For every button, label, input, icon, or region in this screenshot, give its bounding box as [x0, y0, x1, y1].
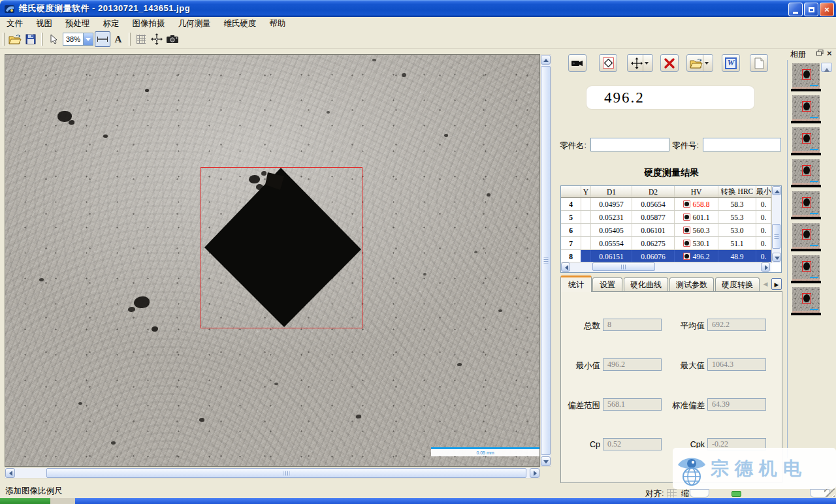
menu-file[interactable]: 文件 — [0, 17, 29, 31]
thumbnail-separator — [791, 89, 821, 91]
thumbnail-separator — [791, 313, 821, 315]
thumb-scale-bar — [810, 149, 818, 150]
viewer-horizontal-scrollbar[interactable] — [5, 467, 540, 479]
header-y[interactable]: Y — [581, 186, 591, 197]
export-word-report-button[interactable]: W — [722, 54, 740, 72]
scroll-down-button[interactable] — [541, 456, 551, 466]
thumb-scale-bar — [810, 213, 818, 214]
header-hv[interactable]: HV — [675, 186, 718, 197]
taskbar-start-fragment[interactable] — [0, 498, 50, 504]
microscope-image-viewer[interactable]: 0.05 mm — [5, 54, 540, 467]
viewer-vertical-scrollbar[interactable] — [540, 54, 551, 467]
grid-overlay-button[interactable] — [133, 31, 149, 47]
menu-geometry-measure[interactable]: 几何测量 — [172, 17, 217, 31]
horizontal-scroll-thumb[interactable] — [46, 468, 526, 478]
album-thumbnail[interactable] — [792, 287, 820, 313]
table-row[interactable]: 6 0.05405 0.06101 560.3 53.0 0. — [561, 224, 781, 237]
minimize-button[interactable] — [788, 3, 803, 16]
move-marker-button[interactable] — [627, 54, 653, 72]
table-horizontal-scrollbar[interactable] — [561, 262, 771, 272]
table-scroll-down-button[interactable] — [772, 253, 781, 262]
cell-hv: 530.1 — [675, 237, 718, 249]
center-target-button[interactable] — [149, 31, 165, 47]
table-scroll-left-button[interactable] — [561, 262, 570, 272]
table-row[interactable]: 5 0.05231 0.05877 601.1 55.3 0. — [561, 211, 781, 224]
delete-result-button[interactable] — [660, 54, 679, 72]
tab-hardness-conversion[interactable]: 硬度转换 — [715, 277, 760, 292]
tab-scroll-left-button[interactable]: ◀ — [760, 278, 771, 290]
header-d1[interactable]: D1 — [591, 186, 632, 197]
tab-statistics[interactable]: 统计 — [560, 276, 592, 292]
menu-help[interactable]: 帮助 — [263, 17, 293, 31]
table-scroll-up-button[interactable] — [772, 186, 781, 195]
load-image-button[interactable] — [686, 54, 713, 72]
part-number-input[interactable] — [703, 138, 781, 151]
header-d2[interactable]: D2 — [632, 186, 675, 197]
album-close-icon[interactable]: × — [827, 48, 832, 58]
scroll-up-button[interactable] — [541, 55, 551, 65]
taskbar-strip — [0, 498, 836, 504]
header-blank[interactable] — [561, 186, 581, 197]
scroll-left-button[interactable] — [5, 468, 15, 478]
tab-hardening-curve[interactable]: 硬化曲线 — [624, 277, 668, 292]
album-thumbnail[interactable] — [792, 95, 820, 121]
album-thumbnail[interactable] — [792, 191, 820, 217]
table-vscroll-thumb[interactable] — [772, 224, 780, 249]
menu-view[interactable]: 视图 — [29, 17, 59, 31]
measure-ruler-button[interactable] — [95, 31, 110, 47]
album-thumbnail[interactable] — [792, 159, 820, 185]
tab-settings[interactable]: 设置 — [592, 277, 622, 292]
diamond-marker-icon — [603, 57, 614, 69]
video-capture-button[interactable] — [568, 54, 587, 72]
save-button[interactable] — [23, 31, 39, 47]
thumb-marker-square — [802, 133, 811, 144]
menu-preprocess[interactable]: 预处理 — [59, 17, 97, 31]
header-hrc[interactable]: 转换 HRC — [718, 186, 756, 197]
zoom-select[interactable]: 38% — [63, 33, 93, 46]
float-panel-icon[interactable] — [816, 50, 824, 56]
tab-test-parameters[interactable]: 测试参数 — [669, 277, 714, 292]
arrow-left-icon — [562, 265, 568, 270]
album-scroll-up-button[interactable] — [821, 63, 832, 72]
menu-vickers-hardness[interactable]: 维氏硬度 — [217, 17, 263, 31]
menu-calibration[interactable]: 标定 — [97, 17, 126, 31]
open-file-button[interactable] — [7, 31, 23, 47]
detect-indentation-button[interactable] — [599, 54, 617, 72]
capture-camera-button[interactable] — [165, 31, 180, 47]
thumb-scale-bar — [810, 309, 818, 310]
scroll-right-button[interactable] — [530, 468, 539, 478]
load-image-dropdown-icon[interactable] — [703, 55, 710, 71]
partial-dropdown-button[interactable] — [690, 489, 709, 497]
toolbar-grip — [3, 33, 5, 46]
table-scroll-right-button[interactable] — [761, 262, 770, 272]
cell-hv: 658.8 — [675, 198, 718, 210]
vertical-scroll-thumb[interactable] — [541, 66, 551, 455]
table-row[interactable]: 4 0.04957 0.05654 658.8 58.3 0. — [561, 198, 781, 211]
align-grid-icon[interactable] — [667, 489, 677, 497]
move-marker-dropdown-icon[interactable] — [643, 55, 650, 71]
taskbar-bar — [75, 498, 836, 504]
header-min[interactable]: 最小 — [756, 186, 771, 197]
new-document-button[interactable] — [750, 54, 768, 72]
album-thumbnail[interactable] — [792, 127, 820, 153]
album-thumbnail[interactable] — [792, 255, 820, 281]
close-button[interactable]: × — [820, 3, 834, 16]
table-vertical-scrollbar[interactable] — [771, 186, 781, 263]
maximize-button[interactable] — [804, 3, 818, 16]
text-annotation-button[interactable]: A — [110, 31, 126, 47]
part-name-input[interactable] — [590, 138, 669, 151]
menu-image-capture[interactable]: 图像拍摄 — [126, 17, 172, 31]
table-row[interactable]: 7 0.05554 0.06275 530.1 51.1 0. — [561, 237, 781, 250]
zoom-dropdown-icon[interactable] — [83, 33, 93, 45]
select-cursor-button[interactable] — [46, 31, 61, 47]
album-thumbnail[interactable] — [792, 63, 820, 89]
table-row-selected[interactable]: 8 0.06151 0.06076 496.2 48.9 0. — [561, 250, 781, 263]
mean-label: 平均值 — [659, 321, 705, 332]
album-thumbnail[interactable] — [792, 223, 820, 249]
results-table[interactable]: Y D1 D2 HV 转换 HRC 最小 4 0.04957 0.05654 6… — [560, 185, 782, 273]
cell-d2: 0.05654 — [632, 198, 675, 210]
cell-d1: 0.04957 — [591, 198, 632, 210]
table-hscroll-thumb[interactable] — [592, 262, 655, 271]
tab-scroll-right-button[interactable]: ▶ — [771, 278, 782, 290]
cell-hrc: 53.0 — [718, 224, 756, 236]
